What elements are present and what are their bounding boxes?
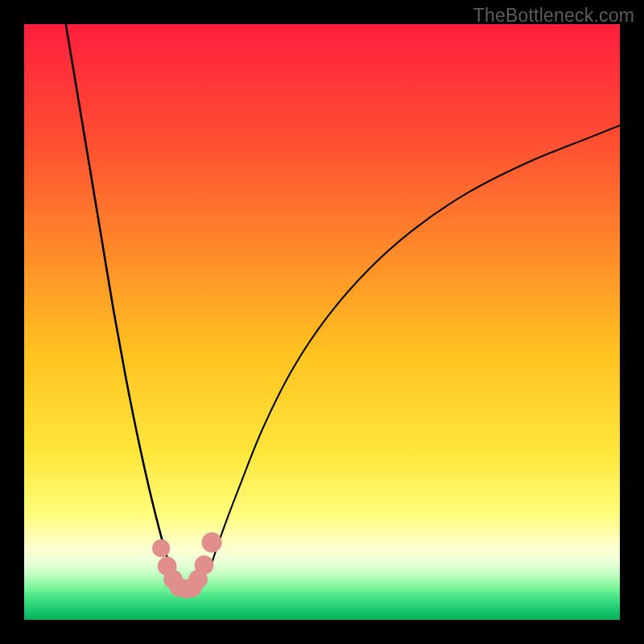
trough-marker: [152, 539, 170, 557]
curve-right-arm: [208, 126, 620, 572]
chart-frame: TheBottleneck.com: [0, 0, 644, 644]
curve-layer: [24, 24, 620, 620]
curve-left-arm: [66, 24, 180, 584]
watermark-text: TheBottleneck.com: [473, 5, 634, 27]
plot-area: [24, 24, 620, 620]
trough-markers: [152, 532, 222, 598]
trough-marker: [195, 555, 214, 575]
trough-marker: [202, 532, 222, 552]
